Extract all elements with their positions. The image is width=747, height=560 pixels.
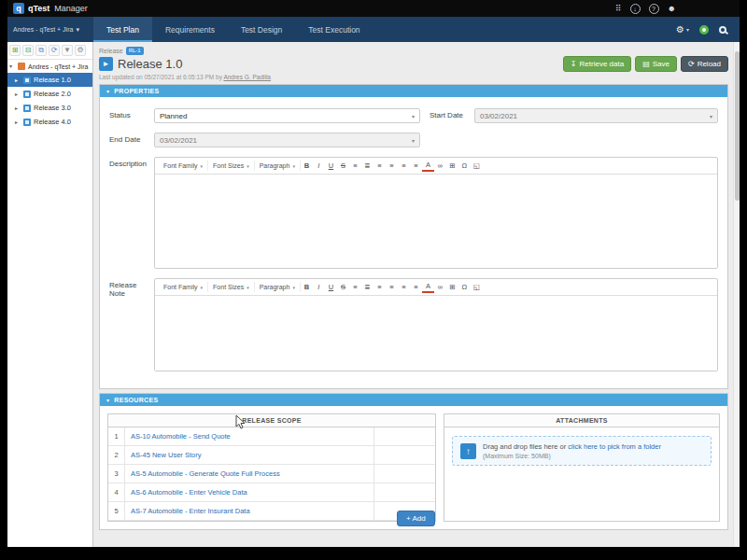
save-button[interactable]: ▤ Save bbox=[635, 56, 677, 72]
text-color-icon[interactable]: A bbox=[422, 161, 434, 172]
editor-select-label: Paragraph bbox=[260, 284, 290, 290]
paragraph-select[interactable]: Paragraph ▾ bbox=[255, 282, 301, 292]
tree-item-release[interactable]: ▸ Release 1.0 bbox=[7, 73, 92, 87]
justify-icon[interactable]: ≡ bbox=[410, 281, 422, 293]
font-family-select[interactable]: Font Family ▾ bbox=[159, 282, 208, 292]
align-right-icon[interactable]: ≡ bbox=[398, 281, 410, 293]
table-row: 5 AS-7 Automobile - Enter Insurant Data bbox=[108, 502, 435, 521]
tab-test-execution[interactable]: Test Execution bbox=[295, 17, 373, 42]
requirement-link[interactable]: AS-7 Automobile - Enter Insurant Data bbox=[125, 502, 374, 520]
table-icon[interactable]: ⊞ bbox=[446, 160, 458, 172]
align-left-icon[interactable]: ≡ bbox=[374, 160, 386, 172]
special-char-icon[interactable]: Ω bbox=[458, 160, 471, 172]
requirement-link[interactable]: AS-10 Automobile - Send Quote bbox=[125, 427, 374, 445]
refresh-icon[interactable]: ⟳ bbox=[49, 45, 60, 56]
justify-icon[interactable]: ≡ bbox=[410, 160, 422, 172]
numbered-list-icon[interactable]: ≣ bbox=[361, 281, 374, 293]
start-date-input[interactable]: 03/02/2021 ▾ bbox=[474, 108, 718, 123]
editor-selects: Font Family ▾ Font Sizes ▾ Paragraph ▾ bbox=[159, 282, 301, 292]
tree-settings-icon[interactable]: ⚙ bbox=[75, 45, 86, 56]
reload-label: Reload bbox=[698, 60, 721, 68]
settings-menu[interactable]: ⚙ ▾ bbox=[676, 25, 689, 35]
collapse-all-icon[interactable]: ⊟ bbox=[22, 45, 34, 56]
text-color-icon[interactable]: A bbox=[422, 282, 434, 293]
tree-item-release[interactable]: ▸ Release 3.0 bbox=[7, 101, 92, 115]
chevron-right-icon[interactable]: ▸ bbox=[15, 91, 21, 97]
resources-section-header[interactable]: ▾ RESOURCES bbox=[100, 394, 727, 406]
attachments-dropzone[interactable]: ↑ Drag and drop files here or click here… bbox=[452, 436, 712, 466]
download-icon[interactable]: ↓ bbox=[630, 4, 641, 14]
user-profile-icon[interactable]: ☻ bbox=[668, 5, 676, 13]
description-editor-body[interactable] bbox=[155, 175, 717, 268]
release-note-label: Release Note bbox=[109, 278, 154, 298]
requirement-link[interactable]: AS-5 Automobile - Generate Quote Full Pr… bbox=[125, 465, 374, 483]
italic-icon[interactable]: I bbox=[313, 281, 325, 293]
main-scrollbar[interactable] bbox=[733, 42, 740, 547]
requirement-link[interactable]: AS-6 Automobile - Enter Vehicle Data bbox=[125, 483, 374, 501]
fullscreen-icon[interactable]: ◱ bbox=[471, 281, 483, 293]
notifications-bell-icon[interactable] bbox=[699, 25, 709, 35]
project-selector[interactable]: Andres - qTest + Jira ▾ bbox=[7, 17, 93, 42]
font-size-select[interactable]: Font Sizes ▾ bbox=[208, 161, 255, 171]
properties-section-header[interactable]: ▾ PROPERTIES bbox=[100, 85, 727, 97]
paragraph-select[interactable]: Paragraph ▾ bbox=[255, 161, 301, 171]
status-select[interactable]: Planned ▾ bbox=[154, 108, 420, 123]
max-size-note: (Maximum Size: 50MB) bbox=[483, 453, 661, 459]
apps-grid-icon[interactable]: ⠿ bbox=[615, 5, 622, 13]
help-icon[interactable]: ? bbox=[649, 4, 659, 14]
properties-title: PROPERTIES bbox=[114, 88, 159, 94]
start-date-label: Start Date bbox=[420, 108, 474, 119]
nav-tabs: Test Plan Requirements Test Design Test … bbox=[93, 17, 374, 42]
numbered-list-icon[interactable]: ≣ bbox=[361, 160, 374, 172]
tab-requirements[interactable]: Requirements bbox=[152, 17, 228, 42]
bullet-list-icon[interactable]: ≡ bbox=[349, 160, 361, 172]
tree-item-release[interactable]: ▸ Release 2.0 bbox=[7, 87, 92, 101]
last-updated-user-link[interactable]: Andres G. Padilla bbox=[223, 74, 271, 80]
tab-test-plan[interactable]: Test Plan bbox=[93, 17, 152, 42]
filter-icon[interactable]: ▼ bbox=[62, 45, 73, 56]
chevron-right-icon[interactable]: ▸ bbox=[15, 77, 21, 83]
requirement-link[interactable]: AS-45 New User Story bbox=[125, 446, 374, 464]
copy-icon[interactable]: ⧉ bbox=[35, 45, 47, 56]
expand-all-icon[interactable]: ⊞ bbox=[9, 45, 21, 56]
tree-root-project[interactable]: ▾ Andres - qTest + Jira bbox=[7, 60, 92, 73]
retrieve-data-button[interactable]: ↧ Retrieve data bbox=[563, 56, 631, 72]
release-tree-sidebar: ⊞⊟⧉⟳▼⚙ ▾ Andres - qTest + Jira ▸ Release… bbox=[7, 42, 93, 547]
pick-from-folder-link[interactable]: click here to pick from a folder bbox=[568, 442, 661, 451]
fullscreen-icon[interactable]: ◱ bbox=[471, 160, 483, 172]
attachments-panel: ATTACHMENTS ↑ Drag and drop files here o… bbox=[444, 413, 720, 522]
italic-icon[interactable]: I bbox=[313, 160, 325, 172]
scrollbar-thumb[interactable] bbox=[735, 51, 740, 201]
underline-icon[interactable]: U bbox=[325, 281, 337, 293]
reload-button[interactable]: ⟳ Reload bbox=[681, 56, 728, 72]
nav-tab-label: Test Design bbox=[241, 25, 282, 35]
search-icon[interactable] bbox=[719, 26, 726, 34]
strikethrough-icon[interactable]: S bbox=[337, 160, 349, 172]
align-right-icon[interactable]: ≡ bbox=[398, 160, 410, 172]
link-icon[interactable]: ∞ bbox=[434, 160, 446, 172]
table-icon[interactable]: ⊞ bbox=[446, 281, 458, 293]
add-resource-button[interactable]: + Add bbox=[397, 511, 435, 526]
align-left-icon[interactable]: ≡ bbox=[374, 281, 386, 293]
chevron-right-icon[interactable]: ▸ bbox=[15, 105, 21, 111]
tab-test-design[interactable]: Test Design bbox=[228, 17, 295, 42]
page-title: Release 1.0 bbox=[118, 57, 182, 71]
link-icon[interactable]: ∞ bbox=[434, 281, 446, 293]
end-date-input[interactable]: 03/02/2021 ▾ bbox=[154, 133, 420, 147]
strikethrough-icon[interactable]: S bbox=[337, 281, 349, 293]
tree-item-release[interactable]: ▸ Release 4.0 bbox=[7, 115, 92, 129]
font-size-select[interactable]: Font Sizes ▾ bbox=[208, 282, 255, 292]
bold-icon[interactable]: B bbox=[301, 281, 313, 293]
underline-icon[interactable]: U bbox=[325, 160, 337, 172]
release-icon: ► bbox=[99, 57, 113, 71]
align-center-icon[interactable]: ≡ bbox=[386, 281, 398, 293]
release-note-editor-body[interactable] bbox=[155, 296, 717, 371]
chevron-down-icon[interactable]: ▾ bbox=[9, 63, 15, 69]
font-family-select[interactable]: Font Family ▾ bbox=[159, 161, 208, 171]
align-center-icon[interactable]: ≡ bbox=[386, 160, 398, 172]
bold-icon[interactable]: B bbox=[301, 160, 313, 172]
chevron-down-icon: ▾ bbox=[710, 113, 712, 119]
chevron-right-icon[interactable]: ▸ bbox=[15, 119, 21, 125]
bullet-list-icon[interactable]: ≡ bbox=[349, 281, 361, 293]
special-char-icon[interactable]: Ω bbox=[458, 281, 471, 293]
